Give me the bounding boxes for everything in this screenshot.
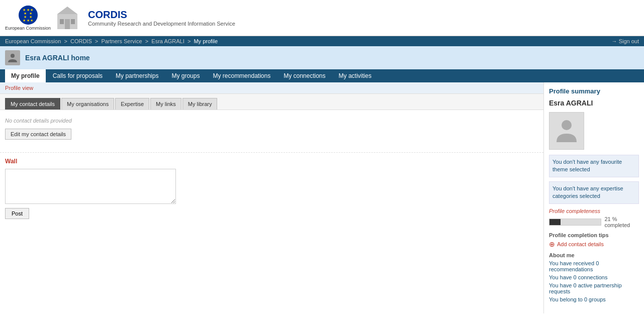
cordis-brand: CORDIS Community Research and Developmen… <box>88 9 235 27</box>
profile-name: Esra AGRALI <box>549 99 639 107</box>
stat-connections: You have 0 connections <box>549 274 639 280</box>
svg-rect-3 <box>65 19 70 29</box>
wall-label: Wall <box>5 158 538 165</box>
ec-label: European Commission <box>5 26 51 31</box>
sidebar: Profile summary Esra AGRALI You don't ha… <box>543 82 644 313</box>
add-contact-label[interactable]: Add contact details <box>557 241 604 247</box>
stat-recommendations: You have received 0 recommendations <box>549 260 639 272</box>
breadcrumb-ec[interactable]: European Commission <box>5 38 61 44</box>
svg-point-6 <box>562 120 572 130</box>
user-home-title: Esra AGRALI home <box>25 54 90 62</box>
content-panel: No contact details provided Edit my cont… <box>0 110 543 147</box>
svg-point-5 <box>11 54 15 58</box>
profile-summary-title: Profile summary <box>549 87 639 95</box>
inner-tabs: My contact details My organisations Expe… <box>0 94 543 110</box>
cordis-title: CORDIS <box>88 9 235 21</box>
eu-flag-icon: ★ ★ ★★ ★★ ★★ ★ ★ <box>19 6 38 25</box>
profile-completeness-label: Profile completeness <box>549 208 639 214</box>
stat-groups: You belong to 0 groups <box>549 296 639 302</box>
user-avatar-small <box>5 50 20 65</box>
tab-my-partnerships[interactable]: My partnerships <box>110 69 164 82</box>
tab-my-recommendations[interactable]: My recommendations <box>207 69 277 82</box>
cordis-subtitle: Community Research and Development Infor… <box>88 21 235 27</box>
svg-rect-1 <box>60 19 64 24</box>
nav-bar: European Commission > CORDIS > Partners … <box>0 36 644 46</box>
progress-text: 21 % completed <box>604 216 639 228</box>
tab-my-activities[interactable]: My activities <box>333 69 378 82</box>
profile-avatar-icon <box>554 117 579 145</box>
eu-stars: ★ ★ ★★ ★★ ★★ ★ ★ <box>23 8 34 22</box>
wall-section: Wall Post <box>0 152 543 224</box>
wall-textarea[interactable] <box>5 169 176 204</box>
about-me-label: About me <box>549 252 639 258</box>
tab-calls-for-proposals[interactable]: Calls for proposals <box>47 69 109 82</box>
inner-tab-library[interactable]: My library <box>182 98 218 110</box>
user-header: Esra AGRALI home <box>0 46 644 69</box>
inner-tab-links[interactable]: My links <box>150 98 181 110</box>
logo-section: ★ ★ ★★ ★★ ★★ ★ ★ European Commission COR… <box>5 4 235 32</box>
tab-my-groups[interactable]: My groups <box>165 69 206 82</box>
add-contact-link[interactable]: ⊕ Add contact details <box>549 240 639 248</box>
stat-partnerships: You have 0 active partnership requests <box>549 282 639 294</box>
inner-tab-contact[interactable]: My contact details <box>5 98 60 110</box>
main-layout: Profile view My contact details My organ… <box>0 82 644 313</box>
inner-tab-organisations[interactable]: My organisations <box>61 98 114 110</box>
inner-tab-expertise[interactable]: Expertise <box>115 98 149 110</box>
tab-my-profile[interactable]: My profile <box>5 69 46 82</box>
content-area: Profile view My contact details My organ… <box>0 82 543 313</box>
no-theme-info: You don't have any favourite theme selec… <box>549 155 639 177</box>
profile-view-label: Profile view <box>0 82 543 94</box>
no-expertise-info: You don't have any expertise categories … <box>549 181 639 204</box>
edit-contact-button[interactable]: Edit my contact details <box>5 129 71 140</box>
breadcrumb: European Commission > CORDIS > Partners … <box>5 38 218 44</box>
svg-marker-4 <box>57 7 77 14</box>
app-header: ★ ★ ★★ ★★ ★★ ★ ★ European Commission COR… <box>0 0 644 36</box>
completion-tips-label: Profile completion tips <box>549 232 639 238</box>
user-icon <box>7 52 18 63</box>
breadcrumb-current: My profile <box>194 38 218 44</box>
profile-avatar <box>549 112 584 150</box>
breadcrumb-partners[interactable]: Partners Service <box>101 38 142 44</box>
post-button[interactable]: Post <box>5 208 29 219</box>
progress-bar-container: 21 % completed <box>549 216 639 228</box>
breadcrumb-cordis[interactable]: CORDIS <box>70 38 92 44</box>
no-contact-text: No contact details provided <box>5 118 538 124</box>
progress-bar-outer <box>549 219 601 226</box>
sign-out-link[interactable]: → Sign out <box>612 38 639 44</box>
building-icon <box>55 4 80 32</box>
tabs-bar: My profile Calls for proposals My partne… <box>0 69 644 82</box>
plus-icon: ⊕ <box>549 240 555 248</box>
svg-rect-2 <box>71 19 75 24</box>
breadcrumb-user[interactable]: Esra AGRALI <box>151 38 184 44</box>
progress-bar-inner <box>549 219 561 225</box>
tab-my-connections[interactable]: My connections <box>278 69 331 82</box>
